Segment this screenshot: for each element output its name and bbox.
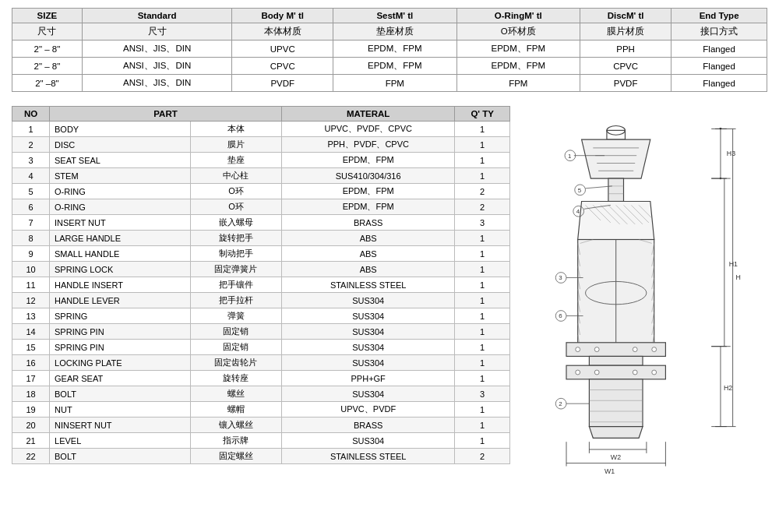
table-row: 19NUT螺帽UPVC、PVDF1 bbox=[12, 402, 510, 417]
cell-no-14: 15 bbox=[12, 340, 50, 355]
cell-material-11: SUS304 bbox=[282, 293, 455, 308]
spec-table: SIZEStandardBody M' tlSestM' tlO-RingM' … bbox=[12, 8, 767, 92]
spec-header-3: SestM' tl bbox=[333, 9, 456, 23]
h1-label: H1 bbox=[729, 260, 738, 268]
spec-header-4: O-RingM' tl bbox=[456, 9, 580, 23]
table-row: 20NINSERT NUT镶入螺丝BRASS1 bbox=[12, 417, 510, 433]
spec-cell-0-3: EPDM、FPM bbox=[333, 41, 456, 58]
spec-header-cn-3: 垫座材质 bbox=[333, 23, 456, 41]
cell-qty-8: 1 bbox=[455, 246, 510, 262]
h2-label: H2 bbox=[724, 384, 732, 392]
w1-label: W1 bbox=[605, 467, 615, 475]
cell-part-en-9: SPRING LOCK bbox=[50, 262, 191, 277]
spec-cell-0-6: Flanged bbox=[671, 41, 767, 58]
cell-part-cn-7: 旋转把手 bbox=[190, 231, 281, 246]
cell-no-2: 3 bbox=[12, 153, 50, 168]
col-no: NO bbox=[12, 107, 50, 122]
col-qty: Q' TY bbox=[455, 107, 510, 122]
cell-no-19: 20 bbox=[12, 417, 50, 433]
spec-header-cn-1: 尺寸 bbox=[82, 23, 232, 41]
cell-qty-20: 1 bbox=[455, 433, 510, 449]
spec-cell-1-3: EPDM、FPM bbox=[333, 58, 456, 75]
table-row: 6O-RINGO环EPDM、FPM2 bbox=[12, 199, 510, 215]
svg-rect-66 bbox=[566, 365, 665, 379]
cell-qty-18: 1 bbox=[455, 402, 510, 417]
spec-cell-2-3: FPM bbox=[333, 75, 456, 92]
cell-no-18: 19 bbox=[12, 402, 50, 417]
cell-no-15: 16 bbox=[12, 355, 50, 371]
table-row: 11HANDLE INSERT把手镶件STAINLESS STEEL1 bbox=[12, 277, 510, 293]
spec-cell-1-4: EPDM、FPM bbox=[456, 58, 580, 75]
table-row: 5O-RINGO环EPDM、FPM2 bbox=[12, 184, 510, 199]
cell-no-8: 9 bbox=[12, 246, 50, 262]
callout-4: 4 bbox=[576, 208, 580, 215]
cell-material-2: EPDM、FPM bbox=[282, 153, 455, 168]
cell-material-21: STAINLESS STEEL bbox=[282, 449, 455, 464]
cell-part-cn-2: 垫座 bbox=[190, 153, 281, 168]
col-material: MATERAL bbox=[282, 107, 455, 122]
cell-no-6: 7 bbox=[12, 215, 50, 231]
cell-part-en-10: HANDLE INSERT bbox=[50, 277, 191, 293]
cell-no-3: 4 bbox=[12, 168, 50, 184]
cell-qty-12: 1 bbox=[455, 308, 510, 324]
table-row: 2DISC膜片PPH、PVDF、CPVC1 bbox=[12, 137, 510, 153]
svg-point-63 bbox=[633, 347, 637, 352]
cell-part-en-8: SMALL HANDLE bbox=[50, 246, 191, 262]
spec-cell-1-6: Flanged bbox=[671, 58, 767, 75]
cell-material-5: EPDM、FPM bbox=[282, 199, 455, 215]
callout-2: 2 bbox=[559, 400, 562, 407]
cell-part-cn-3: 中心柱 bbox=[190, 168, 281, 184]
cell-qty-2: 1 bbox=[455, 153, 510, 168]
cell-material-20: SUS304 bbox=[282, 433, 455, 449]
svg-rect-71 bbox=[589, 379, 643, 427]
spec-cell-2-6: Flanged bbox=[671, 75, 767, 92]
cell-no-10: 11 bbox=[12, 277, 50, 293]
cell-material-19: BRASS bbox=[282, 417, 455, 433]
cell-qty-11: 1 bbox=[455, 293, 510, 308]
cell-no-20: 21 bbox=[12, 433, 50, 449]
table-row: 18BOLT螺丝SUS3043 bbox=[12, 386, 510, 402]
cell-part-en-11: HANDLE LEVER bbox=[50, 293, 191, 308]
spec-cell-0-1: ANSI、JIS、DIN bbox=[82, 41, 232, 58]
parts-table: NO PART MATERAL Q' TY 1BODY本体UPVC、PVDF、C… bbox=[12, 106, 510, 464]
cell-qty-13: 1 bbox=[455, 324, 510, 340]
table-row: 4STEM中心柱SUS410/304/3161 bbox=[12, 168, 510, 184]
spec-cell-1-5: CPVC bbox=[580, 58, 671, 75]
cell-no-12: 13 bbox=[12, 308, 50, 324]
cell-part-en-13: SPRING PIN bbox=[50, 324, 191, 340]
spec-cell-1-2: CPVC bbox=[232, 58, 333, 75]
cell-qty-1: 1 bbox=[455, 137, 510, 153]
callout-3: 3 bbox=[559, 274, 562, 281]
spec-cell-2-2: PVDF bbox=[232, 75, 333, 92]
cell-part-en-3: STEM bbox=[50, 168, 191, 184]
spec-cell-2-1: ANSI、JIS、DIN bbox=[82, 75, 232, 92]
cell-material-10: STAINLESS STEEL bbox=[282, 277, 455, 293]
callout-1: 1 bbox=[568, 153, 571, 160]
cell-no-1: 2 bbox=[12, 137, 50, 153]
cell-no-13: 14 bbox=[12, 324, 50, 340]
table-row: 8LARGE HANDLE旋转把手ABS1 bbox=[12, 231, 510, 246]
table-row: 22BOLT固定螺丝STAINLESS STEEL2 bbox=[12, 449, 510, 464]
h3-label: H3 bbox=[727, 150, 735, 157]
svg-point-61 bbox=[576, 347, 580, 352]
spec-header-cn-2: 本体材质 bbox=[232, 23, 333, 41]
spec-header-cn-6: 接口方式 bbox=[671, 23, 767, 41]
cell-part-en-20: LEVEL bbox=[50, 433, 191, 449]
col-part: PART bbox=[50, 107, 282, 122]
cell-part-en-19: NINSERT NUT bbox=[50, 417, 191, 433]
cell-part-cn-15: 固定齿轮片 bbox=[190, 355, 281, 371]
svg-marker-20 bbox=[582, 139, 650, 178]
table-row: 10SPRING LOCK固定弹簧片ABS1 bbox=[12, 262, 510, 277]
cell-material-13: SUS304 bbox=[282, 324, 455, 340]
cell-part-en-7: LARGE HANDLE bbox=[50, 231, 191, 246]
cell-qty-3: 1 bbox=[455, 168, 510, 184]
cell-part-cn-10: 把手镶件 bbox=[190, 277, 281, 293]
svg-point-69 bbox=[633, 370, 637, 375]
cell-part-en-1: DISC bbox=[50, 137, 191, 153]
spec-cell-2-0: 2" –8" bbox=[12, 75, 83, 92]
table-row: 16LOCKING PLATE固定齿轮片SUS3041 bbox=[12, 355, 510, 371]
cell-qty-15: 1 bbox=[455, 355, 510, 371]
cell-part-cn-8: 制动把手 bbox=[190, 246, 281, 262]
cell-qty-17: 3 bbox=[455, 386, 510, 402]
spec-header-0: SIZE bbox=[12, 9, 83, 23]
